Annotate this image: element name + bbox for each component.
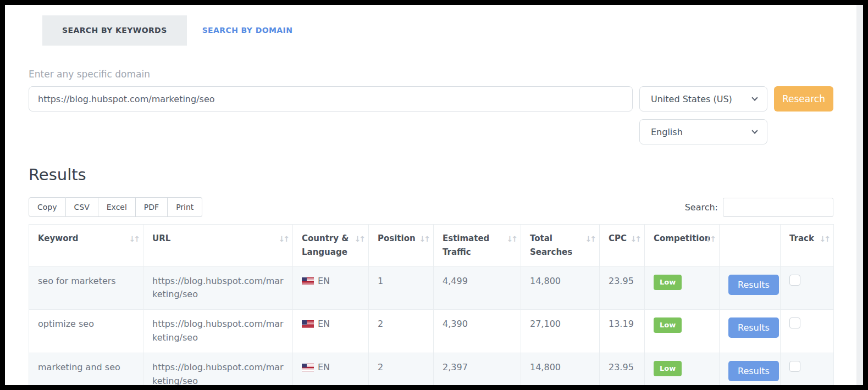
actions-cell: Results: [720, 266, 781, 310]
csv-button[interactable]: CSV: [66, 197, 98, 217]
pdf-button[interactable]: PDF: [136, 197, 168, 217]
language-code: EN: [318, 276, 330, 286]
competition-badge: Low: [654, 317, 682, 333]
column-label: Track: [789, 233, 814, 243]
table-toolbar: Copy CSV Excel PDF Print Search:: [29, 197, 833, 217]
column-label: Country & Language: [302, 233, 349, 257]
us-flag-icon: [302, 277, 314, 285]
competition-cell: Low: [645, 353, 720, 385]
results-button[interactable]: Results: [728, 275, 779, 295]
estimated-traffic-cell: 4,390: [434, 310, 521, 353]
search-form-row: United States (US) English Research: [29, 86, 833, 144]
table-header-row: Keyword↓↑ URL↓↑ Country & Language↓↑ Pos…: [29, 225, 834, 267]
column-header-cpc[interactable]: CPC↓↑: [600, 225, 645, 267]
print-button[interactable]: Print: [168, 197, 202, 217]
cpc-cell: 23.95: [600, 353, 645, 385]
tab-search-by-keywords[interactable]: SEARCH BY KEYWORDS: [42, 15, 187, 46]
tab-bar: SEARCH BY KEYWORDS SEARCH BY DOMAIN: [42, 15, 833, 46]
chevron-down-icon: [751, 127, 758, 133]
column-label: Keyword: [38, 233, 79, 243]
track-cell: [781, 310, 834, 353]
track-checkbox[interactable]: [789, 275, 800, 286]
column-header-actions: [720, 225, 781, 267]
domain-input[interactable]: [29, 86, 633, 112]
country-language-cell: EN: [293, 266, 369, 310]
sort-icon: ↓↑: [705, 233, 715, 246]
total-searches-cell: 14,800: [521, 266, 600, 310]
competition-cell: Low: [645, 266, 720, 310]
language-select[interactable]: English: [639, 119, 767, 144]
results-button[interactable]: Results: [728, 317, 779, 338]
column-header-track[interactable]: Track↓↑: [781, 225, 834, 267]
track-checkbox[interactable]: [789, 361, 800, 372]
column-label: Estimated Traffic: [443, 233, 489, 257]
column-header-estimated-traffic[interactable]: Estimated Traffic↓↑: [434, 225, 521, 267]
actions-cell: Results: [720, 310, 781, 353]
sort-icon: ↓↑: [129, 233, 139, 246]
us-flag-icon: [302, 320, 314, 328]
total-searches-cell: 27,100: [521, 310, 600, 353]
tab-search-by-domain[interactable]: SEARCH BY DOMAIN: [187, 15, 308, 46]
url-cell: https://blog.hubspot.com/marketing/seo: [143, 310, 293, 353]
sort-icon: ↓↑: [419, 233, 429, 246]
column-header-keyword[interactable]: Keyword↓↑: [29, 225, 143, 267]
position-cell: 2: [369, 353, 434, 385]
research-button[interactable]: Research: [774, 86, 833, 112]
country-language-cell: EN: [293, 353, 369, 385]
results-table: Keyword↓↑ URL↓↑ Country & Language↓↑ Pos…: [29, 224, 834, 385]
copy-button[interactable]: Copy: [29, 197, 66, 217]
country-select-value: United States (US): [651, 94, 732, 104]
url-cell: https://blog.hubspot.com/marketing/seo: [143, 266, 293, 310]
keyword-cell: seo for marketers: [29, 266, 143, 310]
table-search-input[interactable]: [723, 198, 833, 217]
url-cell: https://blog.hubspot.com/marketing/seo: [143, 353, 293, 385]
sort-icon: ↓↑: [279, 233, 288, 246]
cpc-cell: 23.95: [600, 266, 645, 310]
sort-icon: ↓↑: [631, 233, 640, 246]
column-label: Competition: [654, 233, 710, 243]
us-flag-icon: [302, 364, 314, 371]
app-page: SEARCH BY KEYWORDS SEARCH BY DOMAIN Ente…: [5, 5, 863, 385]
table-row: optimize seo https://blog.hubspot.com/ma…: [29, 310, 834, 353]
column-header-position[interactable]: Position↓↑: [369, 225, 434, 267]
column-header-total-searches[interactable]: Total Searches↓↑: [521, 225, 600, 267]
language-code: EN: [318, 362, 330, 372]
main-content: SEARCH BY KEYWORDS SEARCH BY DOMAIN Ente…: [29, 15, 833, 385]
cpc-cell: 13.19: [600, 310, 645, 353]
competition-badge: Low: [654, 361, 682, 376]
country-language-cell: EN: [293, 310, 369, 353]
results-heading: Results: [29, 165, 833, 184]
column-label: URL: [152, 233, 170, 243]
position-cell: 2: [369, 310, 434, 353]
chevron-down-icon: [751, 94, 758, 101]
position-cell: 1: [369, 266, 434, 310]
locale-selects: United States (US) English: [639, 86, 767, 144]
total-searches-cell: 14,800: [521, 353, 600, 385]
country-select[interactable]: United States (US): [639, 86, 767, 112]
export-button-group: Copy CSV Excel PDF Print: [29, 197, 202, 217]
table-row: seo for marketers https://blog.hubspot.c…: [29, 266, 834, 310]
domain-input-label: Enter any specific domain: [29, 69, 833, 80]
estimated-traffic-cell: 4,499: [434, 266, 521, 310]
keyword-cell: optimize seo: [29, 310, 143, 353]
column-label: CPC: [609, 233, 627, 243]
sort-icon: ↓↑: [585, 233, 595, 246]
results-button[interactable]: Results: [728, 361, 779, 381]
competition-cell: Low: [645, 310, 720, 353]
track-cell: [781, 266, 834, 310]
track-checkbox[interactable]: [789, 317, 800, 328]
table-search-label: Search:: [685, 202, 718, 213]
sort-icon: ↓↑: [507, 233, 516, 246]
screenshot-frame: SEARCH BY KEYWORDS SEARCH BY DOMAIN Ente…: [0, 0, 868, 390]
scrollbar[interactable]: [856, 5, 863, 385]
sort-icon: ↓↑: [820, 233, 829, 246]
table-search: Search:: [685, 198, 833, 217]
keyword-cell: marketing and seo: [29, 353, 143, 385]
competition-badge: Low: [654, 275, 682, 290]
sort-icon: ↓↑: [355, 233, 364, 246]
column-header-country-language[interactable]: Country & Language↓↑: [293, 225, 369, 267]
actions-cell: Results: [720, 353, 781, 385]
excel-button[interactable]: Excel: [98, 197, 136, 217]
column-header-url[interactable]: URL↓↑: [143, 225, 293, 267]
column-header-competition[interactable]: Competition↓↑: [645, 225, 720, 267]
